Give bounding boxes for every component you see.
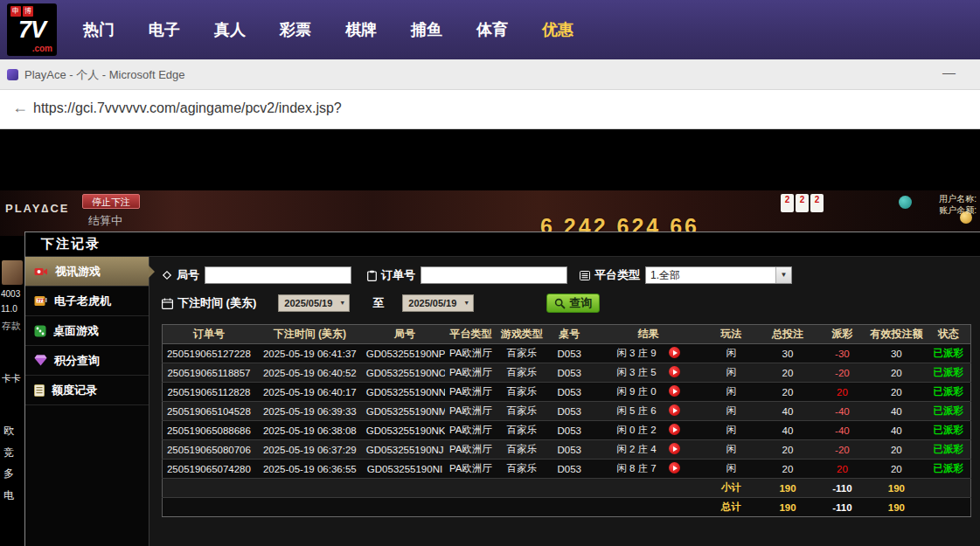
remnant-label: 卡卡 — [2, 372, 26, 385]
cell-round: GD053255190NK — [365, 421, 446, 440]
list-icon — [580, 271, 590, 280]
date-from-picker[interactable]: 2025/05/19 ▼ — [278, 294, 350, 312]
search-button[interactable]: 查询 — [546, 294, 600, 313]
cell-round: GD053255190NI — [365, 460, 446, 479]
diamond-tag-icon — [162, 270, 172, 280]
nav-item-hot[interactable]: 热门 — [83, 19, 115, 40]
col-total: 总投注 — [757, 325, 817, 344]
site-menu: 热门 电子 真人 彩票 棋牌 捕鱼 体育 优惠 — [83, 0, 608, 59]
nav-item-sports[interactable]: 体育 — [476, 19, 508, 40]
subtotal-total: 190 — [757, 479, 817, 498]
sidebar-item-quota-records[interactable]: 额度记录 — [25, 376, 149, 405]
sidebar-item-table-games[interactable]: 桌面游戏 — [25, 316, 149, 346]
bet-records-modal: 下注记录 视讯游戏 777 电子老虎机 桌面游戏 — [24, 232, 980, 546]
sidebar-item-label: 视讯游戏 — [55, 264, 101, 280]
round-filter-label: 局号 — [162, 267, 199, 283]
cell-time: 2025-05-19 06:40:17 — [255, 383, 365, 402]
cell-game: 百家乐 — [497, 421, 547, 440]
sidebar-item-label: 积分查询 — [54, 353, 100, 369]
table-row: 250519065127228 2025-05-19 06:41:37 GD05… — [163, 344, 971, 363]
back-icon[interactable]: ← — [12, 99, 28, 117]
col-time: 下注时间 (美东) — [255, 325, 365, 344]
replay-icon[interactable] — [669, 366, 680, 377]
cell-valid: 40 — [866, 421, 926, 440]
calendar-icon — [162, 298, 173, 309]
cell-game: 百家乐 — [497, 440, 547, 460]
replay-icon[interactable] — [669, 462, 680, 473]
table-row: 250519065080706 2025-05-19 06:37:29 GD05… — [163, 440, 971, 460]
cell-round: GD053255190NP — [365, 344, 446, 363]
subtotal-payout: -110 — [818, 479, 867, 498]
cell-table: D053 — [547, 344, 592, 363]
url-text[interactable]: https://gci.7vvvvvv.com/agingame/pcv2/in… — [33, 100, 342, 116]
nav-item-lottery[interactable]: 彩票 — [280, 19, 311, 40]
table-row: 250519065118857 2025-05-19 06:40:52 GD05… — [163, 363, 971, 383]
cell-result: 闲 0 庄 2 — [592, 421, 705, 440]
nav-item-live[interactable]: 真人 — [214, 19, 246, 40]
grand-total-total: 190 — [757, 498, 817, 517]
cell-result: 闲 9 庄 0 — [592, 383, 705, 402]
cell-time: 2025-05-19 06:41:37 — [255, 344, 365, 363]
casino-strip: PLAY∆CE 停止下注 结算中 6 242 624 66 2 2 2 用户名称… — [0, 190, 980, 236]
settling-status: 结算中 — [88, 213, 122, 229]
remnant-number: 11.0 — [1, 304, 25, 314]
subtotal-row: 小计 190 -110 190 — [163, 479, 971, 498]
replay-icon[interactable] — [669, 404, 680, 416]
grand-total-payout: -110 — [818, 498, 867, 517]
replay-icon[interactable] — [669, 385, 680, 397]
round-input[interactable] — [205, 266, 351, 284]
stop-betting-button[interactable]: 停止下注 — [82, 194, 140, 209]
order-input[interactable] — [420, 266, 567, 284]
cell-order: 250519065104528 — [163, 402, 255, 421]
date-to-value: 2025/05/19 — [408, 298, 456, 308]
col-order: 订单号 — [163, 325, 255, 344]
nav-item-cards[interactable]: 棋牌 — [345, 19, 377, 40]
service-icon[interactable] — [899, 196, 912, 209]
playing-card: 2 — [796, 194, 809, 212]
date-to-picker[interactable]: 2025/05/19 ▼ — [402, 294, 474, 312]
cell-platform: PA欧洲厅 — [445, 363, 496, 383]
category-sidebar: 视讯游戏 777 电子老虎机 桌面游戏 积分查询 — [25, 257, 149, 546]
platform-select-value: 1.全部 — [650, 269, 680, 281]
cell-total: 40 — [757, 421, 817, 440]
cell-platform: PA欧洲厅 — [445, 344, 496, 363]
cell-valid: 30 — [866, 344, 926, 363]
sidebar-item-video-games[interactable]: 视讯游戏 — [25, 257, 149, 287]
window-title: PlayAce - 个人 - Microsoft Edge — [24, 67, 185, 83]
cell-round: GD053255190NM — [365, 402, 446, 421]
records-content: 局号 订单号 平台类型 1.全部 — [149, 257, 980, 546]
replay-icon[interactable] — [669, 424, 680, 435]
platform-select[interactable]: 1.全部 ▼ — [645, 266, 792, 284]
cell-game: 百家乐 — [497, 383, 547, 402]
replay-icon[interactable] — [669, 443, 680, 454]
cell-round: GD053255190NN — [365, 383, 446, 402]
cell-platform: PA欧洲厅 — [445, 383, 496, 402]
cell-game: 百家乐 — [497, 402, 547, 421]
search-icon — [554, 298, 566, 309]
cell-result: 闲 2 庄 4 — [592, 440, 705, 460]
cell-valid: 20 — [866, 363, 926, 383]
browser-urlbar[interactable]: ← https://gci.7vvvvvv.com/agingame/pcv2/… — [0, 90, 980, 129]
nav-item-promo[interactable]: 优惠 — [542, 19, 573, 40]
replay-icon[interactable] — [669, 347, 680, 358]
user-name-label: 用户名称: — [939, 194, 977, 204]
cell-status: 已派彩 — [927, 460, 971, 479]
grand-total-valid: 190 — [866, 498, 926, 517]
cell-play: 闲 — [705, 440, 757, 460]
cell-table: D053 — [547, 421, 592, 440]
cell-result: 闲 5 庄 6 — [592, 402, 705, 421]
minimize-button[interactable]: — — [942, 65, 956, 79]
nav-item-fishing[interactable]: 捕鱼 — [411, 19, 442, 40]
sidebar-item-points-query[interactable]: 积分查询 — [25, 346, 149, 376]
sidebar-item-slot-machines[interactable]: 777 电子老虎机 — [25, 287, 149, 316]
grand-total-row: 总计 190 -110 190 — [163, 498, 971, 517]
logo-badge-left: 申 — [10, 6, 21, 17]
nav-item-slots[interactable]: 电子 — [149, 19, 180, 40]
card-group: 2 2 2 — [781, 194, 824, 212]
screen: 申 博 7V .com 热门 电子 真人 彩票 棋牌 捕鱼 体育 优惠 Play… — [0, 0, 980, 546]
playing-card: 2 — [781, 194, 794, 212]
svg-text:777: 777 — [38, 298, 45, 303]
cell-platform: PA欧洲厅 — [445, 421, 496, 440]
cell-time: 2025-05-19 06:36:55 — [255, 460, 365, 479]
site-logo[interactable]: 申 博 7V .com — [7, 3, 57, 56]
